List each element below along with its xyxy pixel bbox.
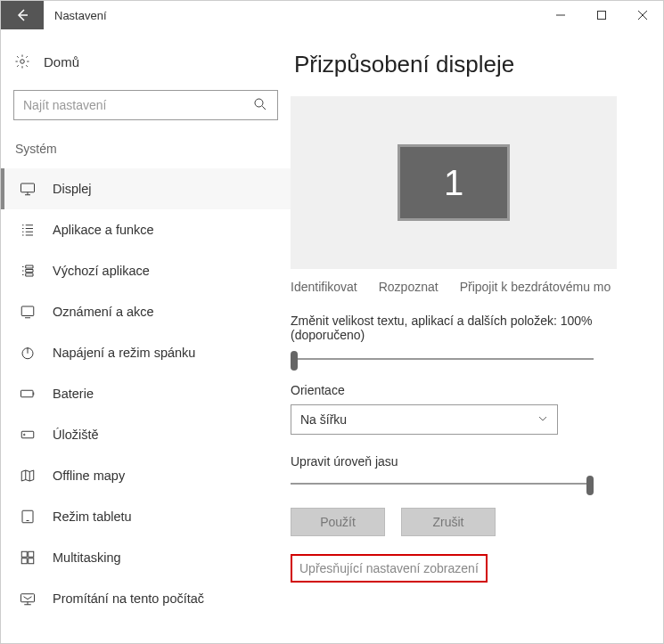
nav-label: Baterie	[53, 387, 94, 401]
home-button[interactable]: Domů	[1, 45, 291, 77]
close-button[interactable]	[622, 1, 663, 29]
nav-item-offline-maps[interactable]: Offline mapy	[1, 455, 291, 496]
slider-track	[291, 483, 594, 485]
slider-track	[291, 358, 594, 360]
nav-item-display[interactable]: Displej	[1, 168, 291, 209]
svg-rect-14	[21, 594, 35, 602]
nav-label: Napájení a režim spánku	[53, 346, 195, 360]
nav-label: Displej	[53, 182, 92, 196]
nav-item-apps[interactable]: Aplikace a funkce	[1, 209, 291, 250]
slider-thumb[interactable]	[586, 476, 594, 495]
battery-icon	[19, 385, 37, 403]
main-panel: Přizpůsobení displeje 1 Identifikovat Ro…	[291, 29, 663, 643]
monitor-icon	[19, 180, 37, 198]
svg-rect-3	[21, 183, 35, 192]
slider-thumb[interactable]	[291, 351, 298, 371]
svg-point-8	[24, 434, 26, 436]
display-1[interactable]: 1	[398, 144, 510, 221]
scale-label: Změnit velikost textu, aplikací a dalšíc…	[291, 314, 617, 342]
close-icon	[638, 11, 647, 20]
minimize-icon	[556, 11, 565, 20]
category-label: Systém	[1, 135, 291, 168]
apply-button[interactable]: Použít	[291, 508, 385, 536]
svg-rect-6	[21, 390, 34, 397]
orientation-label: Orientace	[291, 383, 663, 397]
nav-item-battery[interactable]: Baterie	[1, 373, 291, 414]
page-title: Přizpůsobení displeje	[291, 51, 663, 78]
brightness-label: Upravit úroveň jasu	[291, 454, 663, 469]
scale-slider[interactable]	[291, 351, 594, 367]
nav-label: Aplikace a funkce	[53, 223, 154, 237]
notification-icon	[19, 303, 37, 321]
svg-rect-0	[598, 12, 606, 20]
svg-rect-12	[21, 558, 27, 564]
cancel-button[interactable]: Zrušit	[401, 508, 496, 536]
svg-rect-11	[29, 551, 34, 557]
chevron-down-icon	[537, 412, 548, 427]
maximize-button[interactable]	[581, 1, 622, 29]
svg-point-1	[20, 60, 25, 64]
nav-item-tablet[interactable]: Režim tabletu	[1, 496, 291, 537]
nav-label: Oznámení a akce	[53, 305, 154, 319]
map-icon	[19, 467, 37, 485]
storage-icon	[19, 426, 37, 444]
nav-label: Offline mapy	[53, 469, 125, 483]
sidebar: Domů Systém Displej Aplikace a funkce Vý…	[1, 29, 291, 643]
orientation-value: Na šířku	[300, 412, 347, 427]
minimize-button[interactable]	[540, 1, 581, 29]
nav-item-default-apps[interactable]: Výchozí aplikace	[1, 250, 291, 291]
titlebar: Nastavení	[1, 1, 663, 29]
detect-link[interactable]: Rozpoznat	[379, 280, 439, 294]
default-apps-icon	[19, 262, 37, 280]
back-button[interactable]	[1, 1, 44, 29]
button-row: Použít Zrušit	[291, 508, 663, 536]
nav-item-power[interactable]: Napájení a režim spánku	[1, 332, 291, 373]
display-preview: 1	[291, 96, 617, 269]
nav-item-notifications[interactable]: Oznámení a akce	[1, 291, 291, 332]
search-icon	[252, 96, 268, 115]
nav-label: Výchozí aplikace	[53, 264, 150, 278]
list-icon	[19, 221, 37, 239]
advanced-display-link[interactable]: Upřesňující nastavení zobrazení	[291, 554, 488, 583]
search-input[interactable]	[23, 98, 252, 112]
nav-label: Promítání na tento počítač	[53, 591, 204, 606]
nav-item-multitasking[interactable]: Multitasking	[1, 537, 291, 578]
project-icon	[19, 590, 37, 607]
content: Domů Systém Displej Aplikace a funkce Vý…	[1, 29, 663, 643]
nav-label: Režim tabletu	[53, 509, 132, 524]
display-links: Identifikovat Rozpoznat Připojit k bezdr…	[291, 280, 617, 294]
tablet-icon	[19, 508, 37, 526]
multitasking-icon	[19, 549, 37, 567]
home-label: Domů	[44, 54, 79, 69]
search-box[interactable]	[13, 90, 278, 120]
svg-rect-10	[21, 551, 27, 557]
svg-rect-13	[29, 558, 34, 564]
nav-item-storage[interactable]: Úložiště	[1, 414, 291, 455]
window-title: Nastavení	[44, 1, 540, 29]
orientation-select[interactable]: Na šířku	[291, 404, 558, 435]
wireless-link[interactable]: Připojit k bezdrátovému mo	[460, 280, 611, 294]
maximize-icon	[597, 11, 606, 20]
svg-point-2	[255, 99, 263, 107]
svg-rect-4	[21, 306, 34, 316]
nav-label: Úložiště	[53, 428, 99, 442]
identify-link[interactable]: Identifikovat	[291, 280, 357, 294]
brightness-slider[interactable]	[291, 476, 594, 492]
gear-icon	[13, 53, 31, 70]
nav-label: Multitasking	[53, 550, 121, 565]
power-icon	[19, 344, 37, 362]
back-arrow-icon	[15, 8, 29, 22]
nav-item-projecting[interactable]: Promítání na tento počítač	[1, 578, 291, 619]
